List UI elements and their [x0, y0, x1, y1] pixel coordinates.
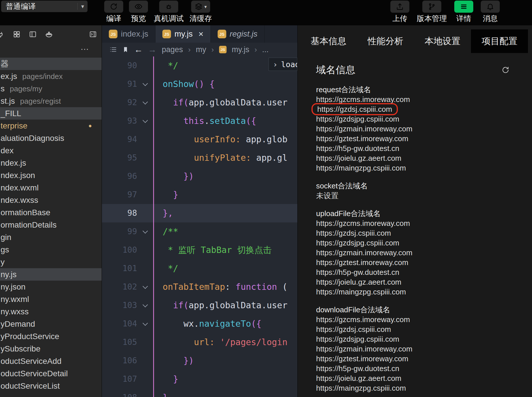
file-tree-item[interactable]: gin [0, 231, 102, 243]
fold-chevron-icon[interactable] [137, 315, 153, 333]
file-tree-item[interactable]: y [0, 256, 102, 268]
file-tree-item[interactable]: spages/my [0, 82, 102, 95]
breadcrumb-item[interactable]: pages [162, 45, 183, 54]
close-icon[interactable]: × [198, 29, 204, 39]
file-tree-item[interactable]: ny.wxml [0, 293, 102, 305]
file-tree-item[interactable]: oductServiceDetail [0, 367, 102, 380]
fold-chevron-icon[interactable] [137, 75, 153, 93]
compile-mode-dropdown[interactable]: 普通编译 ▾ [1, 1, 88, 12]
docker-icon[interactable] [45, 30, 53, 38]
file-tree-item[interactable]: 器 [0, 58, 102, 70]
breadcrumb-item[interactable]: my.js [232, 45, 249, 54]
plug-icon[interactable] [0, 30, 5, 38]
file-tree-item[interactable]: st.jspages/regist [0, 95, 102, 107]
compile-button[interactable]: 编译 [104, 1, 123, 23]
navigate-forward-icon[interactable]: → [148, 45, 157, 54]
code-line-95[interactable]: 95 unifyPlate: app.gl [102, 149, 297, 167]
line-number[interactable]: 104 [102, 315, 137, 333]
code-line-102[interactable]: 102onTabItemTap: function ( [102, 278, 297, 296]
split-panel-icon[interactable] [29, 30, 37, 38]
line-number[interactable]: 108 [102, 388, 137, 397]
file-tree-item[interactable]: _FILL [0, 107, 102, 120]
code-line-101[interactable]: 101 */ [102, 259, 297, 278]
file-tree-item[interactable]: ormationBase [0, 206, 102, 219]
line-number[interactable]: 96 [102, 167, 137, 186]
panel-tab-性能分析[interactable]: 性能分析 [357, 29, 414, 53]
editor-tab-index-js[interactable]: JSindex.js [102, 25, 155, 43]
file-tree-item[interactable]: ormationDetails [0, 219, 102, 231]
panel-tab-基本信息[interactable]: 基本信息 [300, 29, 357, 53]
code-line-104[interactable]: 104 wx.navigateTo({ [102, 315, 297, 333]
file-tree-item[interactable]: gs [0, 243, 102, 256]
code-line-98[interactable]: 98}, [102, 204, 297, 222]
line-number[interactable]: 94 [102, 130, 137, 149]
panel-tab-本地设置[interactable]: 本地设置 [414, 29, 471, 53]
file-tree-item[interactable]: dex [0, 144, 102, 157]
code-line-106[interactable]: 106 }) [102, 351, 297, 370]
version-button[interactable]: 版本管理 [417, 1, 447, 23]
code-line-94[interactable]: 94 userInfo: app.glob [102, 130, 297, 149]
code-line-92[interactable]: 92 if(app.globalData.user [102, 93, 297, 112]
line-number[interactable]: 90 [102, 56, 137, 75]
code-line-91[interactable]: 91onShow() { [102, 75, 297, 93]
line-number[interactable]: 92 [102, 93, 137, 112]
device-debug-button[interactable]: 真机调试 [154, 1, 184, 23]
navigate-back-icon[interactable]: ← [134, 45, 143, 54]
line-number[interactable]: 100 [102, 241, 137, 259]
file-tree-item[interactable]: terprise● [0, 120, 102, 132]
code-line-90[interactable]: 90 */ [102, 56, 297, 75]
file-tree-item[interactable]: ny.js [0, 268, 102, 281]
breadcrumb-item[interactable]: my [196, 45, 206, 54]
file-tree-item[interactable]: ny.json [0, 281, 102, 293]
line-number[interactable]: 93 [102, 112, 137, 130]
explorer-more-button[interactable]: … [0, 43, 102, 56]
file-tree-item[interactable]: ndex.wxss [0, 194, 102, 206]
code-line-108[interactable]: 108}, [102, 388, 297, 397]
panel-tab-项目配置[interactable]: 项目配置 [471, 29, 528, 53]
file-tree-item[interactable]: ySubscribe [0, 343, 102, 355]
fold-chevron-icon[interactable] [137, 278, 153, 296]
fold-chevron-icon[interactable] [137, 93, 153, 112]
collapse-sidebar-icon[interactable] [89, 30, 97, 38]
preview-button[interactable]: 预览 [129, 1, 148, 23]
line-number[interactable]: 95 [102, 149, 137, 167]
line-number[interactable]: 97 [102, 186, 137, 204]
code-line-100[interactable]: 100 * 监听 TabBar 切换点击 [102, 241, 297, 259]
line-number[interactable]: 101 [102, 259, 137, 278]
file-tree-item[interactable]: ex.jspages/index [0, 70, 102, 82]
editor-tab-my-js[interactable]: JSmy.js× [155, 25, 211, 43]
file-tree-item[interactable]: oductServiceList [0, 380, 102, 392]
code-line-103[interactable]: 103 if(app.globalData.user [102, 296, 297, 315]
fold-chevron-icon[interactable] [137, 112, 153, 130]
code-line-99[interactable]: 99/** [102, 222, 297, 241]
message-button[interactable]: 消息 [481, 1, 500, 23]
file-tree-item[interactable]: yProductService [0, 330, 102, 343]
fold-preview-overlay[interactable]: › load [269, 58, 297, 71]
file-tree-item[interactable]: ndex.js [0, 157, 102, 169]
line-number[interactable]: 103 [102, 296, 137, 315]
code-line-107[interactable]: 107 } [102, 370, 297, 388]
clear-cache-button[interactable]: ▾清缓存 [189, 1, 212, 23]
line-number[interactable]: 98 [102, 204, 137, 222]
details-button[interactable]: 详情 [454, 1, 473, 23]
fold-chevron-icon[interactable] [137, 296, 153, 315]
line-number[interactable]: 107 [102, 370, 137, 388]
file-tree-item[interactable]: ndex.json [0, 169, 102, 182]
upload-button[interactable]: 上传 [390, 1, 409, 23]
file-tree-item[interactable]: aluationDiagnosis [0, 132, 102, 144]
code-line-105[interactable]: 105 url: '/pages/login [102, 333, 297, 351]
grid-icon[interactable] [13, 30, 21, 38]
file-tree-item[interactable]: ny.wxss [0, 305, 102, 318]
line-number[interactable]: 99 [102, 222, 137, 241]
code-line-93[interactable]: 93 this.setData({ [102, 112, 297, 130]
line-number[interactable]: 102 [102, 278, 137, 296]
code-line-96[interactable]: 96 }) [102, 167, 297, 186]
code-line-97[interactable]: 97 } [102, 186, 297, 204]
editor-tab-regist-js[interactable]: JSregist.js [211, 25, 265, 43]
list-icon[interactable] [109, 46, 117, 53]
fold-chevron-icon[interactable] [137, 222, 153, 241]
file-tree-item[interactable]: oductServiceAdd [0, 355, 102, 367]
bookmark-icon[interactable] [122, 46, 129, 53]
code-area[interactable]: › load 90 */91onShow() {92 if(app.global… [102, 56, 297, 397]
breadcrumb-item[interactable]: ... [262, 45, 269, 54]
